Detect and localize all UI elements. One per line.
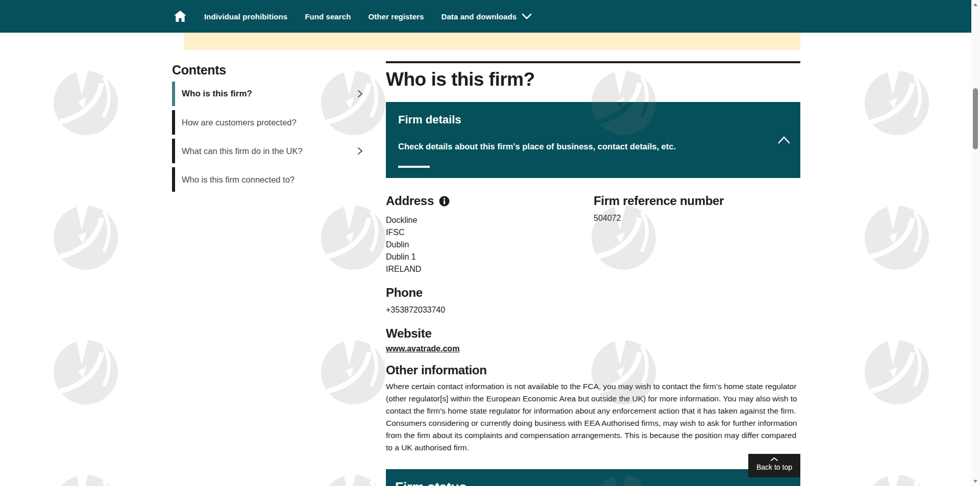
address-line: Dublin 1 — [386, 251, 594, 263]
firm-details-title: Firm details — [398, 113, 788, 126]
home-icon-glyph — [174, 10, 187, 23]
firm-details-accordion[interactable]: Firm details Check details about this fi… — [386, 102, 800, 178]
toc-item-what-can-this-firm-do[interactable]: What can this firm do in the UK? — [172, 139, 369, 163]
address-line: Dublin — [386, 239, 594, 251]
firm-details-description: Check details about this firm's place of… — [398, 140, 676, 153]
toc-item-label: Who is this firm connected to? — [182, 175, 295, 185]
back-to-top-label: Back to top — [756, 463, 792, 471]
nav-item-label: Data and downloads — [441, 12, 517, 21]
chevron-up-icon[interactable] — [777, 134, 791, 147]
toc-item-label: Who is this firm? — [182, 89, 252, 99]
other-information-heading: Other information — [386, 363, 800, 377]
address-heading-row: Address — [386, 194, 594, 208]
details-right-column: Firm reference number 504072 — [594, 194, 800, 355]
contents-title: Contents — [172, 62, 369, 78]
nav-item-data-and-downloads[interactable]: Data and downloads — [441, 12, 532, 21]
contents-list: Who is this firm? How are customers prot… — [172, 82, 369, 192]
address-line: IFSC — [386, 226, 594, 239]
toc-item-label: What can this firm do in the UK? — [182, 146, 303, 156]
phone-value: +353872033740 — [386, 304, 594, 316]
website-link[interactable]: www.avatrade.com — [386, 343, 459, 355]
toc-item-how-are-customers-protected[interactable]: How are customers protected? — [172, 110, 369, 135]
top-navigation: Individual prohibitions Fund search Othe… — [0, 0, 971, 33]
scrollbar-up-arrow[interactable] — [973, 3, 977, 6]
scrollbar-track[interactable] — [971, 0, 980, 486]
back-to-top-button[interactable]: Back to top — [748, 454, 800, 477]
panel-underline — [398, 166, 430, 168]
details-left-column: Address Dockline IFSC Dublin Dublin 1 IR… — [386, 194, 594, 355]
firm-reference-heading: Firm reference number — [594, 194, 800, 208]
toc-item-who-is-this-firm[interactable]: Who is this firm? — [172, 82, 369, 106]
website-heading: Website — [386, 326, 594, 341]
scrollbar-thumb[interactable] — [973, 88, 978, 149]
nav-item-fund-search[interactable]: Fund search — [305, 12, 351, 21]
nav-links: Individual prohibitions Fund search Othe… — [204, 12, 532, 21]
home-icon[interactable] — [173, 9, 188, 24]
toc-item-label: How are customers protected? — [182, 118, 297, 127]
toc-item-who-is-this-firm-connected-to[interactable]: Who is this firm connected to? — [172, 167, 369, 192]
chevron-down-icon — [522, 13, 532, 19]
nav-item-individual-prohibitions[interactable]: Individual prohibitions — [204, 12, 287, 21]
other-information-paragraph: Where certain contact information is not… — [386, 380, 800, 454]
info-icon[interactable] — [439, 196, 450, 207]
nav-item-label: Other registers — [368, 12, 424, 21]
address-line: Dockline — [386, 214, 594, 226]
phone-heading: Phone — [386, 286, 594, 300]
firm-reference-value: 504072 — [594, 212, 800, 224]
address-line: IRELAND — [386, 263, 594, 275]
nav-item-label: Fund search — [305, 12, 351, 21]
details-columns: Address Dockline IFSC Dublin Dublin 1 IR… — [386, 194, 800, 355]
address-lines: Dockline IFSC Dublin Dublin 1 IRELAND — [386, 214, 594, 275]
firm-status-accordion[interactable]: Firm status — [386, 469, 800, 486]
main-content: Who is this firm? Firm details Check det… — [386, 61, 800, 486]
firm-status-title: Firm status — [395, 479, 791, 486]
page-title: Who is this firm? — [386, 68, 800, 91]
scrollbar-down-arrow[interactable] — [973, 480, 977, 483]
other-information-section: Other information Where certain contact … — [386, 363, 800, 454]
chevron-right-icon — [356, 89, 363, 98]
notice-banner-strip — [184, 33, 800, 50]
nav-item-label: Individual prohibitions — [204, 12, 287, 21]
chevron-right-icon — [356, 146, 363, 156]
page: Individual prohibitions Fund search Othe… — [0, 0, 980, 486]
address-heading: Address — [386, 194, 434, 208]
heading-top-rule — [386, 61, 800, 63]
chevron-up-icon — [770, 457, 778, 462]
contents-sidebar: Contents Who is this firm? How are custo… — [172, 62, 369, 196]
nav-item-other-registers[interactable]: Other registers — [368, 12, 424, 21]
